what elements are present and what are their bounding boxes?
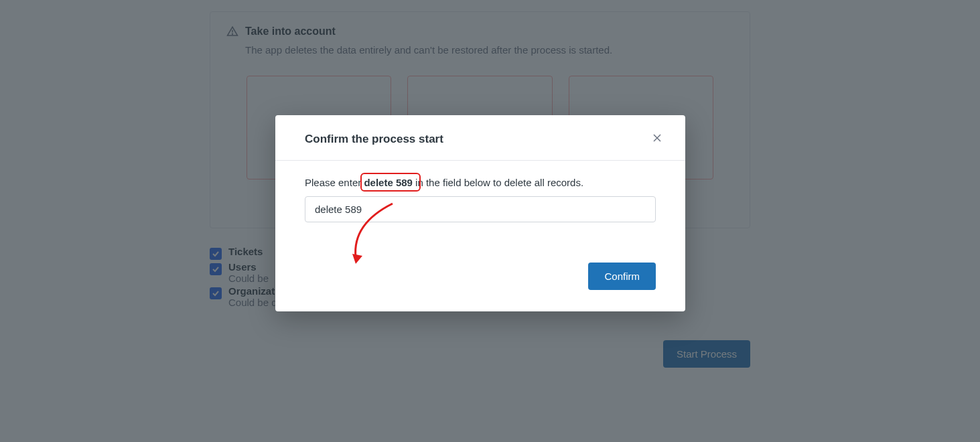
close-button[interactable] [649, 130, 665, 148]
modal-overlay: Confirm the process start Please enter d… [0, 0, 980, 442]
confirm-input[interactable] [305, 196, 656, 222]
close-icon [652, 135, 662, 145]
modal-instruction: Please enter delete 589 in the field bel… [305, 177, 656, 188]
modal-title: Confirm the process start [305, 133, 443, 146]
confirm-modal: Confirm the process start Please enter d… [275, 115, 685, 311]
confirm-button[interactable]: Confirm [588, 263, 656, 290]
